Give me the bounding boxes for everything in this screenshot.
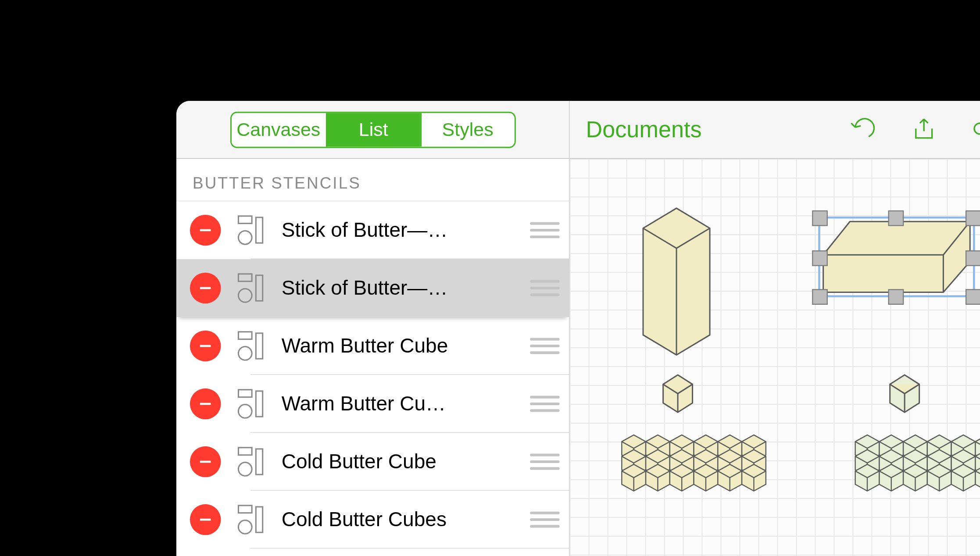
svg-rect-39	[889, 289, 903, 304]
list-item-label: Warm Butter Cube	[282, 335, 518, 357]
shape-cold-cube[interactable]	[890, 375, 919, 412]
svg-rect-37	[966, 251, 980, 265]
svg-rect-1	[238, 216, 252, 224]
svg-rect-5	[238, 274, 252, 282]
svg-rect-35	[966, 211, 980, 225]
minus-icon	[197, 222, 214, 239]
delete-button[interactable]	[190, 388, 221, 420]
delete-button[interactable]	[190, 446, 221, 478]
undo-button[interactable]	[841, 108, 883, 151]
shape-stick-upright[interactable]	[643, 208, 710, 355]
shape-type-icon	[233, 270, 269, 307]
main-pane: Documents	[570, 101, 980, 556]
svg-rect-34	[889, 211, 903, 225]
list-item-label: Stick of Butter—…	[282, 219, 518, 242]
shape-stick-selected[interactable]	[812, 211, 980, 304]
minus-icon	[197, 280, 214, 296]
minus-icon	[197, 454, 214, 470]
shape-type-icon	[233, 212, 269, 249]
minus-icon	[197, 512, 214, 528]
segment-list[interactable]: List	[325, 113, 420, 146]
svg-rect-36	[812, 251, 827, 265]
undo-icon	[848, 116, 875, 143]
drag-handle[interactable]	[530, 454, 560, 470]
segment-styles[interactable]: Styles	[420, 113, 514, 146]
share-button[interactable]	[902, 108, 945, 151]
drag-handle[interactable]	[530, 280, 560, 296]
svg-rect-16	[200, 461, 211, 463]
app-window: Canvases List Styles BUTTER STENCILS Sti…	[172, 97, 980, 556]
svg-point-6	[238, 289, 252, 303]
delete-button[interactable]	[190, 331, 221, 362]
svg-rect-7	[256, 275, 262, 301]
list-item-label: Warm Butter Cu…	[282, 392, 518, 415]
list-item[interactable]: Stick of Butter—…	[176, 259, 569, 317]
svg-rect-0	[200, 229, 211, 232]
drag-handle[interactable]	[530, 396, 560, 412]
drag-handle[interactable]	[530, 512, 560, 528]
canvas-svg	[570, 159, 980, 556]
shape-type-icon	[233, 328, 269, 364]
svg-point-18	[238, 463, 252, 476]
svg-rect-19	[256, 449, 262, 474]
delete-button[interactable]	[190, 273, 221, 304]
svg-rect-17	[238, 448, 252, 455]
list-item-label: Stick of Butter—…	[282, 277, 518, 299]
cloud-sync-icon	[973, 116, 980, 143]
list-item-label: Cold Butter Cubes	[282, 508, 518, 531]
svg-rect-8	[200, 345, 211, 347]
share-icon	[910, 116, 937, 143]
segmented-control: Canvases List Styles	[176, 101, 569, 159]
drag-handle[interactable]	[530, 222, 560, 239]
list-item[interactable]: Stick of Butter—…	[176, 201, 569, 259]
svg-rect-23	[256, 507, 262, 532]
list-item[interactable]: Cold Butter Cube	[176, 433, 569, 491]
svg-point-14	[238, 405, 252, 418]
minus-icon	[197, 338, 214, 354]
canvas[interactable]	[570, 159, 980, 556]
svg-rect-15	[256, 391, 262, 417]
shape-type-icon	[233, 502, 269, 538]
svg-rect-33	[812, 211, 827, 225]
drag-handle[interactable]	[530, 338, 560, 354]
shape-cold-cubes[interactable]	[855, 435, 980, 491]
sync-button[interactable]	[964, 108, 980, 151]
svg-rect-3	[256, 217, 262, 243]
shape-type-icon	[233, 386, 269, 422]
shape-warm-cube[interactable]	[663, 375, 693, 412]
delete-button[interactable]	[190, 215, 221, 246]
list-item[interactable]: Warm Butter Cu…	[176, 375, 569, 433]
delete-button[interactable]	[190, 504, 221, 535]
svg-rect-4	[200, 287, 211, 289]
svg-rect-38	[812, 289, 827, 304]
sidebar: Canvases List Styles BUTTER STENCILS Sti…	[176, 101, 570, 556]
section-header: BUTTER STENCILS	[176, 159, 569, 201]
svg-point-10	[238, 347, 252, 360]
svg-rect-12	[200, 403, 211, 405]
list-item[interactable]: Cold Butter Cubes	[176, 491, 569, 549]
shape-warm-cubes[interactable]	[622, 435, 765, 491]
svg-rect-21	[238, 506, 252, 513]
top-toolbar: Documents	[570, 101, 980, 159]
svg-rect-20	[200, 519, 211, 521]
shape-type-icon	[233, 444, 269, 480]
svg-point-2	[238, 231, 252, 244]
svg-point-22	[238, 520, 252, 534]
svg-rect-40	[966, 289, 980, 304]
minus-icon	[197, 396, 214, 412]
svg-rect-13	[238, 390, 252, 397]
list-item[interactable]: Warm Butter Cube	[176, 317, 569, 375]
list-item-label: Cold Butter Cube	[282, 450, 518, 473]
stencil-list: Stick of Butter—… Stick of Butter—… Warm…	[176, 201, 569, 556]
documents-back-button[interactable]: Documents	[582, 117, 701, 143]
segment-canvases[interactable]: Canvases	[231, 113, 325, 146]
svg-rect-11	[256, 333, 262, 359]
svg-rect-9	[238, 332, 252, 339]
